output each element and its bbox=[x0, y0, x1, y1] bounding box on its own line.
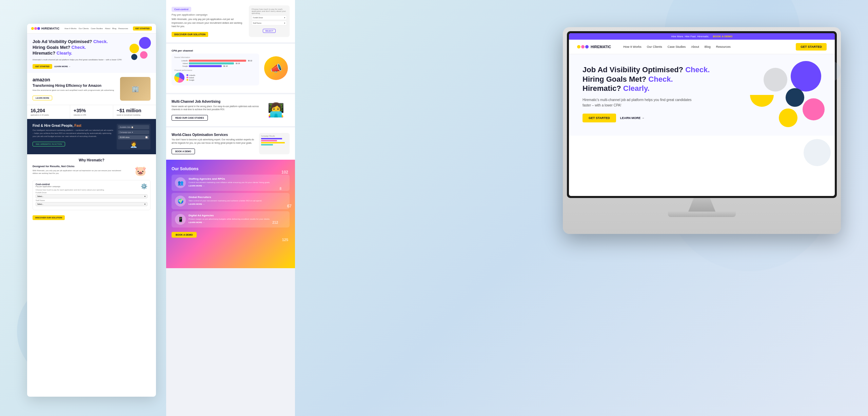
agencies-link[interactable]: LEARN MORE → bbox=[189, 221, 270, 223]
float-num-212: 212 bbox=[272, 221, 278, 224]
staffing-link[interactable]: LEARN MORE → bbox=[189, 185, 270, 187]
mid-discover-btn[interactable]: DISCOVER OUR SOLUTION bbox=[172, 32, 208, 37]
mon-nav-cta[interactable]: GET STARTED bbox=[796, 43, 827, 51]
discover-solution-btn[interactable]: DISCOVER OUR SOLUTION bbox=[33, 215, 65, 220]
nav-link-case[interactable]: Case Studies bbox=[91, 27, 103, 29]
monitor-outer: Hire More. Hire Fast. Hirematic. BOOK A … bbox=[563, 27, 841, 234]
hero-circle-dark bbox=[131, 54, 137, 60]
promo-book-demo[interactable]: BOOK A DEMO bbox=[713, 35, 733, 38]
mc-cta[interactable]: READ OUR CASE STUDIES bbox=[172, 115, 208, 121]
nav-link-resources[interactable]: Resources bbox=[118, 27, 128, 29]
left-logo-text: HIREMATIC bbox=[41, 27, 60, 30]
stat-label-savings: saved on recruitment marketing bbox=[117, 114, 153, 116]
pay-per-app-label: Pay-per-application campaign bbox=[172, 13, 245, 16]
case-study-image: 🏢 bbox=[120, 77, 151, 101]
opt-text: You don't have to become a job advertisi… bbox=[172, 138, 256, 145]
forklift-select[interactable]: Select... ▼ bbox=[36, 194, 147, 198]
monitor-stand bbox=[567, 198, 837, 217]
mon-get-started[interactable]: GET STARTED bbox=[583, 114, 616, 122]
mon-learn-more[interactable]: LEARN MORE → bbox=[620, 116, 645, 120]
stat-cpa: +35% reduction in CPA bbox=[70, 105, 113, 119]
opt-title: World-Class Optimisation Services bbox=[172, 133, 256, 137]
left-hero-buttons: GET STARTED LEARN MORE → bbox=[33, 64, 151, 69]
monitor-bezel: Hire More. Hire Fast. Hirematic. BOOK A … bbox=[567, 31, 837, 198]
find-people-text: Our intelligent recruitment marketing pl… bbox=[33, 129, 113, 138]
select-btn[interactable]: SELECT bbox=[252, 27, 287, 33]
agencies-name: Digital Ad Agencies bbox=[189, 214, 270, 217]
nav-link-clients[interactable]: Our Clients bbox=[79, 27, 89, 29]
staff-dropdown[interactable]: Staff Name▼ bbox=[252, 21, 287, 25]
hero-circle-purple bbox=[139, 37, 151, 49]
global-link[interactable]: LEARN MORE → bbox=[189, 203, 262, 205]
mid-cost-text: With Hirematic, you only pay per job app… bbox=[172, 18, 245, 28]
global-name: Global Recruiters bbox=[189, 196, 262, 199]
mon-logo-purple bbox=[585, 45, 589, 48]
case-study-title: Transforming Hiring Efficiency for Amazo… bbox=[33, 84, 115, 87]
bar-row-1: LinkedIn $0.32 bbox=[174, 60, 256, 62]
mc-content: Multi-Channel Job Advertising Never wast… bbox=[172, 100, 259, 121]
mon-circle-yellow bbox=[779, 108, 797, 127]
cpa-title: CPA per channel bbox=[172, 49, 259, 52]
nav-link-how[interactable]: How It Works bbox=[64, 27, 77, 29]
solutions-book-demo[interactable]: BOOK A DEMO bbox=[172, 232, 197, 238]
staffing-text: Control recruitment marketing cost infla… bbox=[189, 181, 270, 184]
mon-hero-content: Job Ad Visibility Optimised? Check. Hiri… bbox=[583, 65, 711, 122]
float-num-8: 8 bbox=[279, 187, 281, 191]
case-study-cta[interactable]: LEARN MORE bbox=[33, 96, 52, 100]
staff-select[interactable]: Select... ▼ bbox=[36, 202, 147, 206]
cost-card-title: Cost-control bbox=[36, 183, 104, 185]
mon-nav-resources[interactable]: Resources bbox=[716, 45, 731, 48]
left-nav-cta[interactable]: GET STARTED bbox=[133, 26, 152, 31]
stat-num-applications: 16,204 bbox=[31, 108, 66, 113]
mon-nav-about[interactable]: About bbox=[691, 45, 699, 48]
opt-visual: Campaign Results bbox=[259, 133, 290, 154]
staffing-name: Staffing Agencies and RPOs bbox=[189, 177, 270, 180]
left-hero-learn-more[interactable]: LEARN MORE → bbox=[54, 65, 71, 67]
left-stats-row: 16,204 applications in 16 weeks +35% red… bbox=[27, 105, 156, 119]
find-people-cta[interactable]: SEE HIREMATIC IN ACTION bbox=[33, 142, 65, 146]
woman-icon: 👩‍💻 bbox=[268, 102, 284, 118]
mon-circle-pink bbox=[803, 98, 825, 120]
nav-link-about[interactable]: About bbox=[105, 27, 110, 29]
staff-label: Staff Name bbox=[36, 199, 147, 201]
find-people-visual: Available Jobs 📋 Campaign type ▼ 25,000 … bbox=[117, 124, 151, 150]
mon-logo-yellow bbox=[577, 45, 580, 48]
donut-chart-area: LinkedIn Indeed Google bbox=[174, 73, 256, 83]
mon-nav-blog[interactable]: Blog bbox=[705, 45, 711, 48]
monitor-neck bbox=[688, 198, 715, 212]
agencies-content: Digital Ad Agencies Protect margin on jo… bbox=[189, 214, 270, 223]
channel-perf-label: Channel performance bbox=[174, 69, 256, 71]
staffing-content: Staffing Agencies and RPOs Control recru… bbox=[189, 177, 270, 187]
solution-staffing: 👥 Staffing Agencies and RPOs Control rec… bbox=[172, 175, 290, 191]
mon-nav-case[interactable]: Case Studies bbox=[668, 45, 686, 48]
choose-label: Choose how much to pay for each applicat… bbox=[252, 8, 287, 14]
logo-circle-purple bbox=[37, 27, 40, 30]
forklift-dropdown[interactable]: Forklift Driver▼ bbox=[252, 15, 287, 20]
hero-circle-yellow bbox=[130, 44, 139, 53]
find-people-title: Find & Hire Great People, Fast bbox=[33, 124, 113, 127]
left-why-section: Why Hirematic? Designed for Results, Not… bbox=[27, 154, 156, 224]
piggy-bank-icon: 🐷 bbox=[130, 165, 151, 178]
mc-text: Never waste ad spend in the wrong place.… bbox=[172, 105, 259, 112]
cpa-bars: LinkedIn $0.32 Indeed $0.28 Google bbox=[174, 60, 256, 67]
opt-content: World-Class Optimisation Services You do… bbox=[172, 133, 256, 154]
bar-value-1 bbox=[189, 60, 246, 62]
megaphone-area: 📣 bbox=[262, 49, 290, 87]
mon-nav-clients[interactable]: Our Clients bbox=[647, 45, 662, 48]
hero-circle-pink bbox=[140, 51, 147, 59]
cost-control-card: Cost-control Pay-per-application campaig… bbox=[33, 180, 151, 210]
monitor-hero: Job Ad Visibility Optimised? Check. Hiri… bbox=[569, 54, 835, 136]
opt-cta[interactable]: BOOK A DEMO bbox=[172, 148, 195, 154]
character-icon: 🧑‍💼 bbox=[118, 141, 149, 148]
monitor-nav: HIREMATIC How It Works Our Clients Case … bbox=[569, 40, 835, 54]
nav-link-blog[interactable]: Blog bbox=[112, 27, 116, 29]
mon-nav-how[interactable]: How It Works bbox=[623, 45, 641, 48]
stat-num-savings: ~$1 million bbox=[117, 108, 153, 113]
solution-agencies: 📱 Digital Ad Agencies Protect margin on … bbox=[172, 211, 290, 227]
global-text: Take control of your recruitment marketi… bbox=[189, 199, 262, 202]
multichannel-section: Multi-Channel Job Advertising Never wast… bbox=[166, 94, 295, 126]
monitor-screen: Hire More. Hire Fast. Hirematic. BOOK A … bbox=[569, 33, 835, 196]
mon-hero-title: Job Ad Visibility Optimised? Check. Hiri… bbox=[583, 65, 711, 93]
legend-item-3: Google bbox=[186, 79, 195, 81]
left-hero-get-started[interactable]: GET STARTED bbox=[33, 64, 52, 69]
